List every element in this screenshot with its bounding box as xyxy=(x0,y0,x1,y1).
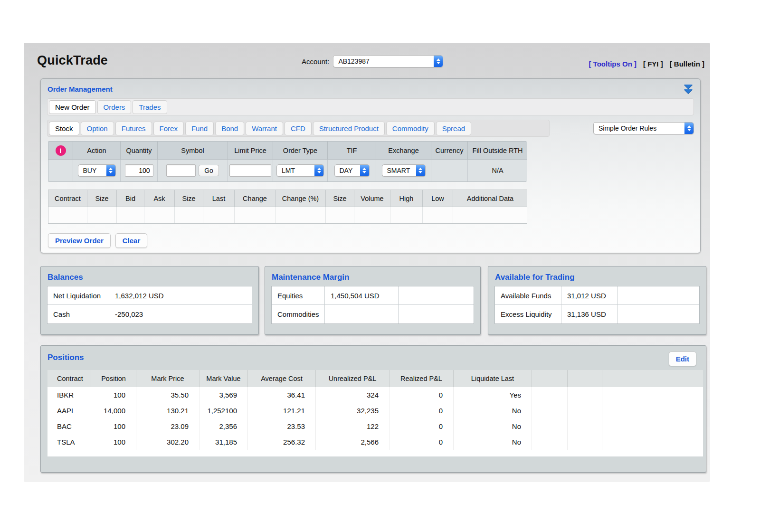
tab-forex[interactable]: Forex xyxy=(153,122,184,135)
position-mark-value: 3,569 xyxy=(200,387,248,403)
info-icon[interactable]: i xyxy=(56,145,66,156)
order-management-panel: Order Management New Order Orders Trades… xyxy=(40,78,701,253)
account-select[interactable]: AB123987 xyxy=(333,55,443,67)
tab-new-order[interactable]: New Order xyxy=(49,100,96,114)
position-liquidate-last: Yes xyxy=(454,387,532,403)
account-selector-group: Account: AB123987 xyxy=(302,55,443,67)
position-mark-price: 302.20 xyxy=(136,434,200,450)
market-header-bid: Bid xyxy=(117,190,144,207)
market-cell-empty xyxy=(203,207,235,223)
market-cell-empty xyxy=(453,207,527,223)
entry-cell-blank xyxy=(48,160,73,181)
tif-select[interactable]: DAY xyxy=(334,164,370,177)
position-realized-pnl: 0 xyxy=(390,403,454,418)
market-header-ask: Ask xyxy=(144,190,175,207)
margin-equities-value: 1,450,504 USD xyxy=(325,286,399,304)
exchange-select[interactable]: SMART xyxy=(382,164,426,177)
market-header-size-bid: Size xyxy=(87,190,117,207)
position-cell-blank xyxy=(532,418,568,434)
market-cell-empty xyxy=(354,207,390,223)
table-row: Cash -250,023 xyxy=(48,305,252,323)
tab-spread[interactable]: Spread xyxy=(436,122,471,135)
preview-order-button[interactable]: Preview Order xyxy=(48,233,111,248)
entry-header-fill-outside-rth: Fill Outside RTH xyxy=(468,142,527,160)
table-row[interactable]: TSLA 100 302.20 31,185 256.32 2,566 0 No xyxy=(48,434,701,450)
action-select[interactable]: BUY xyxy=(78,164,116,177)
positions-header-liquidate-last: Liquidate Last xyxy=(454,370,532,387)
order-tabs-bar: New Order Orders Trades xyxy=(47,98,694,115)
position-average-cost: 256.32 xyxy=(248,434,316,450)
tab-cfd[interactable]: CFD xyxy=(285,122,312,135)
account-label: Account: xyxy=(302,57,329,66)
balances-net-liquidation-value: 1,632,012 USD xyxy=(109,286,252,304)
available-for-trading-title: Available for Trading xyxy=(488,266,706,286)
market-header-high: High xyxy=(390,190,423,207)
positions-header-average-cost: Average Cost xyxy=(248,370,316,387)
tooltips-toggle-link[interactable]: [ Tooltips On ] xyxy=(589,60,636,68)
tab-commodity[interactable]: Commodity xyxy=(386,122,435,135)
symbol-input[interactable] xyxy=(166,164,196,177)
tab-orders[interactable]: Orders xyxy=(97,100,132,114)
market-cell-empty xyxy=(276,207,326,223)
position-contract: AAPL xyxy=(48,403,91,418)
header-links: [ Tooltips On ] [ FYI ] [ Bulletin ] xyxy=(589,60,704,68)
entry-cell-symbol: Go xyxy=(158,160,228,181)
tab-stock[interactable]: Stock xyxy=(49,122,79,135)
entry-header-exchange: Exchange xyxy=(376,142,431,160)
position-liquidate-last: No xyxy=(454,403,532,418)
go-button[interactable]: Go xyxy=(199,165,219,176)
fyi-link[interactable]: [ FYI ] xyxy=(643,60,663,68)
double-chevron-down-icon[interactable] xyxy=(683,84,694,95)
tab-futures[interactable]: Futures xyxy=(115,122,152,135)
table-row[interactable]: AAPL 14,000 130.21 1,252100 121.21 32,23… xyxy=(48,403,701,418)
edit-positions-button[interactable]: Edit xyxy=(669,352,696,366)
position-contract: IBKR xyxy=(48,387,91,403)
position-mark-price: 35.50 xyxy=(136,387,200,403)
order-rules-select-value: Simple Order Rules xyxy=(594,123,684,134)
tab-option[interactable]: Option xyxy=(81,122,114,135)
limit-price-input[interactable] xyxy=(229,164,271,177)
positions-header-position: Position xyxy=(91,370,136,387)
position-unrealized-pnl: 32,235 xyxy=(316,403,390,418)
position-cell-blank xyxy=(532,434,568,450)
table-row: Commodities xyxy=(272,305,474,323)
entry-header-limit-price: Limit Price xyxy=(228,142,273,160)
up-down-stepper-icon xyxy=(684,123,694,134)
tab-bond[interactable]: Bond xyxy=(215,122,244,135)
market-header-last: Last xyxy=(203,190,235,207)
positions-header-blank xyxy=(568,370,602,387)
up-down-stepper-icon xyxy=(434,56,443,67)
market-cell-empty xyxy=(117,207,144,223)
market-header-low: Low xyxy=(423,190,453,207)
positions-header-blank xyxy=(602,370,703,387)
order-type-select[interactable]: LMT xyxy=(276,164,324,177)
positions-header-blank xyxy=(532,370,568,387)
margin-equities-label: Equities xyxy=(272,286,325,304)
market-header-volume: Volume xyxy=(354,190,390,207)
position-cell-blank xyxy=(532,387,568,403)
entry-header-symbol: Symbol xyxy=(158,142,228,160)
entry-info-header: i xyxy=(48,142,73,160)
market-cell-empty xyxy=(326,207,354,223)
excess-liquidity-label: Excess Liquidity xyxy=(495,305,561,323)
positions-header-mark-value: Mark Value xyxy=(200,370,248,387)
app-window: QuickTrade Account: AB123987 [ Tooltips … xyxy=(24,43,710,482)
tab-warrant[interactable]: Warrant xyxy=(246,122,283,135)
bulletin-link[interactable]: [ Bulletin ] xyxy=(670,60,704,68)
balances-table: Net Liquidation 1,632,012 USD Cash -250,… xyxy=(47,286,252,324)
up-down-stepper-icon xyxy=(314,165,323,176)
entry-cell-order-type: LMT xyxy=(273,160,328,181)
tab-trades[interactable]: Trades xyxy=(133,100,167,114)
tab-fund[interactable]: Fund xyxy=(185,122,214,135)
market-cell-empty xyxy=(235,207,276,223)
quantity-input[interactable] xyxy=(125,164,153,177)
position-mark-value: 1,252100 xyxy=(200,403,248,418)
market-cell-empty xyxy=(423,207,453,223)
tab-structured-product[interactable]: Structured Product xyxy=(313,122,385,135)
table-row[interactable]: IBKR 100 35.50 3,569 36.41 324 0 Yes xyxy=(48,387,701,403)
order-rules-select[interactable]: Simple Order Rules xyxy=(593,122,694,134)
instrument-row: Stock Option Futures Forex Fund Bond War… xyxy=(47,120,694,137)
market-cell-empty xyxy=(87,207,117,223)
table-row[interactable]: BAC 100 23.09 2,356 23.53 122 0 No xyxy=(48,418,701,434)
clear-button[interactable]: Clear xyxy=(115,233,148,248)
